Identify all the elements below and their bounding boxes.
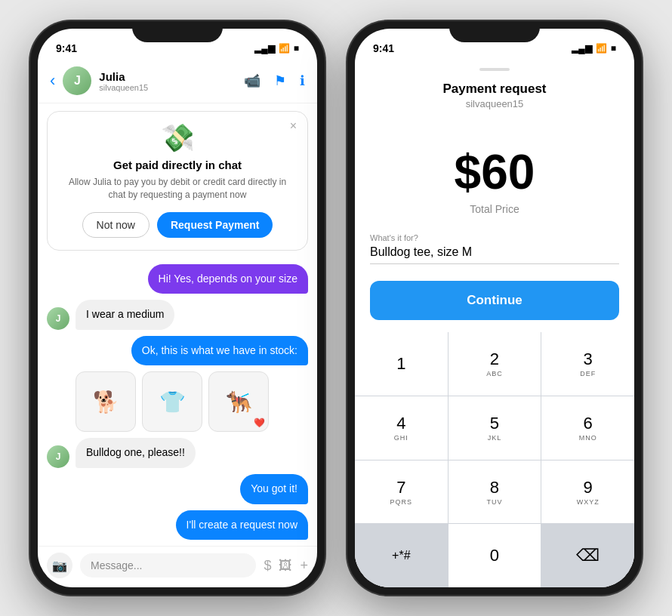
payment-content: Payment request silvaqueen15 $60 Total P… — [355, 62, 634, 587]
input-actions: $ 🖼 + — [264, 558, 308, 574]
close-banner-button[interactable]: × — [290, 119, 297, 133]
message-bubble: I'll create a request now — [176, 510, 308, 541]
not-now-button[interactable]: Not now — [82, 212, 150, 238]
plus-icon[interactable]: + — [300, 558, 308, 574]
left-phone: 9:41 ▂▄▆ 📶 ■ ‹ J Julia silvaqueen15 — [30, 21, 325, 595]
messenger-header: ‹ J Julia silvaqueen15 📹 ⚑ ℹ — [38, 62, 317, 103]
right-screen: 9:41 ▂▄▆ 📶 ■ Payment request silvaqueen1… — [355, 29, 634, 587]
product-item[interactable]: 🐕‍🦺❤️ — [208, 371, 269, 432]
key-3[interactable]: 3 DEF — [541, 332, 634, 396]
camera-button[interactable]: 📷 — [47, 553, 72, 578]
banner-description: Allow Julia to pay you by debit or credi… — [60, 176, 295, 202]
key-7[interactable]: 7 PQRS — [355, 460, 448, 524]
message-bubble: Bulldog one, please!! — [76, 438, 196, 468]
battery-icon: ■ — [294, 43, 299, 54]
key-1[interactable]: 1 — [355, 332, 448, 396]
key-8[interactable]: 8 TUV — [449, 460, 541, 524]
wifi-icon-right: 📶 — [596, 43, 607, 54]
time-left: 9:41 — [56, 42, 77, 54]
sender-avatar: J — [47, 445, 69, 468]
banner-buttons: Not now Request Payment — [60, 212, 295, 238]
amount-label: Total Price — [370, 203, 619, 215]
message-row: Ok, this is what we have in stock: — [47, 336, 308, 366]
product-item[interactable]: 🐕 — [76, 371, 136, 432]
message-input-bar: 📷 Message... $ 🖼 + — [38, 546, 317, 587]
message-row: J I wear a medium — [47, 300, 308, 330]
photo-icon[interactable]: 🖼 — [279, 558, 292, 574]
notch-right — [449, 21, 540, 42]
payment-header: Payment request silvaqueen15 — [355, 74, 634, 122]
message-row: I'll create a request now — [47, 510, 308, 541]
messages-area: Hi! Yes, depends on your size J I wear a… — [38, 258, 317, 546]
key-9[interactable]: 9 WXYZ — [541, 460, 634, 524]
amount-display: $60 Total Price — [355, 122, 634, 223]
flag-icon[interactable]: ⚑ — [274, 72, 286, 89]
payment-username: silvaqueen15 — [370, 98, 619, 109]
message-bubble: I wear a medium — [76, 300, 174, 330]
back-button[interactable]: ‹ — [50, 71, 55, 91]
contact-avatar: J — [63, 66, 91, 95]
battery-icon-right: ■ — [611, 43, 616, 54]
continue-button[interactable]: Continue — [370, 281, 619, 320]
request-payment-button[interactable]: Request Payment — [157, 212, 273, 238]
for-input[interactable] — [370, 245, 619, 264]
notch-left — [132, 21, 223, 42]
contact-username: silvaqueen15 — [99, 83, 236, 92]
keypad: 1 2 ABC 3 DEF 4 GHI 5 — [355, 332, 634, 587]
status-icons-left: ▂▄▆ 📶 ■ — [254, 43, 299, 54]
key-6[interactable]: 6 MNO — [541, 396, 634, 460]
payment-banner: × 💸 Get paid directly in chat Allow Juli… — [47, 111, 308, 251]
wifi-icon: 📶 — [279, 43, 290, 54]
right-phone: 9:41 ▂▄▆ 📶 ■ Payment request silvaqueen1… — [347, 21, 642, 595]
message-bubble: You got it! — [240, 474, 308, 504]
payment-banner-icon: 💸 — [60, 122, 295, 154]
contact-info: Julia silvaqueen15 — [99, 70, 236, 92]
sender-avatar: J — [47, 307, 69, 330]
message-row: You got it! — [47, 474, 308, 504]
signal-icon-right: ▂▄▆ — [572, 43, 592, 54]
message-row: J Bulldog one, please!! — [47, 438, 308, 468]
banner-title: Get paid directly in chat — [60, 159, 295, 171]
key-2[interactable]: 2 ABC — [449, 332, 541, 396]
message-bubble: Hi! Yes, depends on your size — [148, 264, 308, 294]
drag-handle — [479, 68, 510, 71]
message-input[interactable]: Message... — [80, 553, 256, 578]
contact-name: Julia — [99, 70, 236, 83]
header-actions: 📹 ⚑ ℹ — [244, 72, 305, 89]
product-item[interactable]: 👕 — [142, 371, 202, 432]
info-icon[interactable]: ℹ — [300, 72, 305, 89]
amount-value: $60 — [370, 144, 619, 200]
payment-title: Payment request — [370, 82, 619, 97]
key-5[interactable]: 5 JKL — [449, 396, 541, 460]
time-right: 9:41 — [373, 42, 394, 54]
input-placeholder: Message... — [91, 559, 142, 571]
status-icons-right: ▂▄▆ 📶 ■ — [572, 43, 616, 54]
video-icon[interactable]: 📹 — [244, 72, 260, 89]
message-row: Hi! Yes, depends on your size — [47, 264, 308, 294]
dollar-icon[interactable]: $ — [264, 558, 271, 574]
left-screen: 9:41 ▂▄▆ 📶 ■ ‹ J Julia silvaqueen15 — [38, 29, 317, 587]
key-0[interactable]: 0 — [449, 524, 541, 587]
product-images: 🐕 👕 🐕‍🦺❤️ — [76, 371, 308, 432]
for-label: What's it for? — [370, 233, 619, 242]
payment-for-section: What's it for? — [355, 223, 634, 272]
key-backspace[interactable]: ⌫ — [541, 524, 634, 587]
signal-icon: ▂▄▆ — [254, 43, 275, 54]
message-bubble: Ok, this is what we have in stock: — [131, 336, 308, 366]
key-symbols[interactable]: +*# — [355, 524, 448, 587]
key-4[interactable]: 4 GHI — [355, 396, 448, 460]
